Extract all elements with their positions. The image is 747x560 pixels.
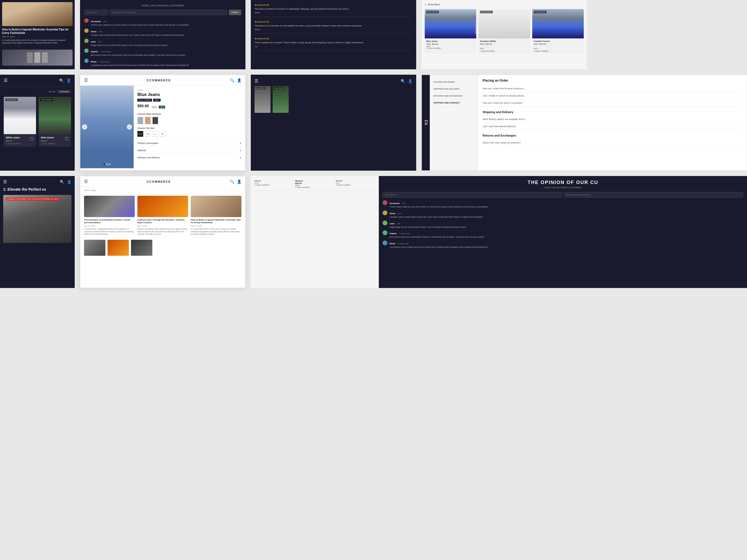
hamburger-icon-left[interactable]: ☰ xyxy=(4,78,7,83)
faq-q6[interactable]: What is the return policy for products? xyxy=(483,139,742,146)
bottom-review-avatar-1 xyxy=(383,210,387,215)
blog-date-1: Mar 15, 2025 xyxy=(2,35,73,38)
faq-nav-placing[interactable]: PLACING AN ORDER xyxy=(434,79,474,86)
prev-image-button[interactable]: ‹ xyxy=(82,124,87,130)
product-card-sneakers[interactable]: FULL-STOCK Sneakers White 60% $50.00 $10… xyxy=(478,9,530,54)
header-icons: 🔍 👤 xyxy=(230,78,241,82)
show-filters-label[interactable]: Show filters xyxy=(428,3,440,6)
comment-avatar-3 xyxy=(84,49,88,53)
bottom-review-content-3: Sophia 1 minute ago Blue Haven Jeans are… xyxy=(389,231,485,238)
faq-q3[interactable]: How can I check the stock of a product? xyxy=(483,100,742,107)
product-img-sneakers: FULL-STOCK xyxy=(478,9,530,38)
color-swatch-1[interactable] xyxy=(137,117,143,124)
product-info-comfort: Comfort Curves 30% $50.00 $100 2 Styles … xyxy=(532,38,584,54)
comment-form: Publish xyxy=(84,9,241,15)
reviewer-name-2: Kai xyxy=(255,45,412,48)
color-swatch-3[interactable] xyxy=(152,117,158,124)
user-icon-left[interactable]: 👤 xyxy=(67,78,71,83)
review-name-input[interactable] xyxy=(383,192,562,197)
hamburger-icon-mid[interactable]: ☰ xyxy=(255,78,258,83)
bottom-review-avatar-4 xyxy=(383,241,387,245)
dark-product-white-jeans[interactable]: FULL-STOCK White Jeans 50% $50.00 $100 1… xyxy=(4,97,36,146)
dark-avail-1: 3 Styles Available xyxy=(41,143,69,144)
comment-avatar-1 xyxy=(84,29,88,33)
hamburger-icon-blog[interactable]: ☰ xyxy=(84,179,88,184)
dot-2 xyxy=(106,163,108,165)
user-icon-detail[interactable]: 👤 xyxy=(237,78,241,82)
search-icon-detail[interactable]: 🔍 xyxy=(230,78,234,82)
comment-name-3: Sophia xyxy=(91,50,98,53)
accordion-material-chevron: ∨ xyxy=(239,149,241,152)
comment-text-input[interactable] xyxy=(110,9,227,15)
accordion-material-header[interactable]: Material ∨ xyxy=(137,149,241,152)
dark-old-price-1: $125 xyxy=(65,139,69,142)
product-category: Jeans xyxy=(137,89,241,91)
faq-q5[interactable]: Can I avail international delivery? xyxy=(483,123,742,130)
blog-post-title-0: The Evolution of Sustainable Fashion: Tr… xyxy=(84,219,135,224)
size-l[interactable]: L xyxy=(152,131,158,137)
search-icon-mid[interactable]: 🔍 xyxy=(401,79,405,83)
filters-header: ≡ Show filters xyxy=(425,3,584,6)
comment-content-4: Ethan 1 minute ago I purchased a pair of… xyxy=(91,59,241,67)
accordion-delivery: Delivery and Returns ∨ xyxy=(137,154,241,161)
bottom-reviews-list: Alexander now TrueFit Jeans really live … xyxy=(383,200,743,248)
faq-nav-shipping[interactable]: SHIPPING AND DELIVERY xyxy=(434,86,474,92)
comment-content-1: Olivia now I bought a pair of Urban Blue… xyxy=(91,29,241,36)
blog-post-title-1: Fashion Icons Through the Decades: Timel… xyxy=(137,219,188,224)
comment-text-4: I purchased a pair of jeans from Denim D… xyxy=(91,64,241,67)
women-avail: 3 Styles Available xyxy=(295,186,334,188)
faq-q4[interactable]: What delivery options are available and … xyxy=(483,116,742,123)
product-info-sneakers: Sneakers White 60% $50.00 $100 2 Styles … xyxy=(478,38,530,54)
comment-time-2: now xyxy=(98,41,101,43)
bottom-review-text-4: I purchased a pair of jeans from Denim D… xyxy=(389,246,488,248)
dark-product-info-shirt: Shirt Green 25% $94.00 $125 3 Styles Ava… xyxy=(39,134,71,146)
size-xl[interactable]: XL xyxy=(160,131,166,137)
search-icon-left[interactable]: 🔍 xyxy=(59,78,64,83)
product-card-comfort[interactable]: FULL-STOCK Comfort Curves 30% $50.00 $10… xyxy=(532,9,584,54)
dark-discount-0: 50% xyxy=(30,136,34,139)
accordion-description-header[interactable]: Product Description ∨ xyxy=(137,142,241,144)
comment-item-1: Olivia now I bought a pair of Urban Blue… xyxy=(84,29,241,36)
panel-blog-listing: ☰ CCOMMERCE 🔍 👤 Home / Blog The Evolutio… xyxy=(80,176,246,288)
comment-name-1: Olivia xyxy=(91,30,97,33)
dark-product-shirt-green[interactable]: FULL-STOCK Shirt Green 25% $94.00 $125 3… xyxy=(39,97,71,146)
blog-post-date-0: Mar 20, 2025 xyxy=(84,225,135,227)
blog-listing-header: ☰ CCOMMERCE 🔍 👤 xyxy=(80,176,245,187)
size-m[interactable]: M xyxy=(145,131,151,137)
review-comment-input[interactable] xyxy=(564,192,743,197)
user-icon-bot[interactable]: 👤 xyxy=(67,180,72,184)
faq-q2[interactable]: Can I modify or cancel an already placed… xyxy=(483,92,742,100)
search-icon-bot[interactable]: 🔍 xyxy=(60,180,64,184)
faq-nav-returns[interactable]: RETURNS AND EXCHANGES xyxy=(434,92,474,100)
sort-value[interactable]: Advisable xyxy=(57,89,71,94)
product-card-blue-jeans[interactable]: FULL-STOCK Blue Jeans 30% $50.00 $100 2 … xyxy=(425,9,476,54)
avail-label-1: 2 Styles Available xyxy=(255,184,293,186)
user-icon-mid[interactable]: 👤 xyxy=(408,79,412,83)
review-item-0: ★★★★★ 5/5 This dress is perfect for summ… xyxy=(255,4,412,17)
panel-faq: FA PLACING AN ORDER SHIPPING AND DELIVER… xyxy=(421,75,747,171)
search-icon-blog[interactable]: 🔍 xyxy=(230,180,234,184)
blog-posts-grid: The Evolution of Sustainable Fashion: Tr… xyxy=(80,194,245,238)
blog-post-2: How to Build a Capsule Wardrobe: Essenti… xyxy=(191,196,241,236)
bottom-review-content-4: Ethan 1 minute ago I purchased a pair of… xyxy=(389,241,488,248)
blog-post-excerpt-0: In recent years, sustainable fashion has… xyxy=(84,228,135,236)
hamburger-icon-bot[interactable]: ☰ xyxy=(3,179,7,184)
tag-full-stock: FULL-STOCK xyxy=(137,99,152,102)
bottom-review-text-0: TrueFit Jeans really live up to their na… xyxy=(389,206,488,208)
dark-product-img-shirt: FULL-STOCK xyxy=(39,97,71,134)
review-form xyxy=(383,192,743,197)
color-swatch-2[interactable] xyxy=(145,117,151,124)
size-fj[interactable]: F-J xyxy=(137,131,143,137)
accordion-material-label: Material xyxy=(137,149,146,152)
accordion-delivery-header[interactable]: Delivery and Returns ∨ xyxy=(137,156,241,159)
user-icon-blog[interactable]: 👤 xyxy=(237,180,241,184)
review-stars-0: ★★★★★ 5/5 xyxy=(255,4,412,6)
publish-button[interactable]: Publish xyxy=(229,9,241,15)
faq-nav-support[interactable]: SUPPORT AND CONTACT xyxy=(434,100,474,106)
hamburger-icon-detail[interactable]: ☰ xyxy=(84,78,88,83)
comment-content-3: Sophia 1 minute ago Blue Haven Jeans are… xyxy=(91,49,241,56)
faq-q1[interactable]: How can I search and browse products o..… xyxy=(483,85,742,92)
comment-name-input[interactable] xyxy=(84,9,108,15)
comment-avatar-0 xyxy=(84,19,88,23)
next-image-button[interactable]: › xyxy=(127,124,132,130)
